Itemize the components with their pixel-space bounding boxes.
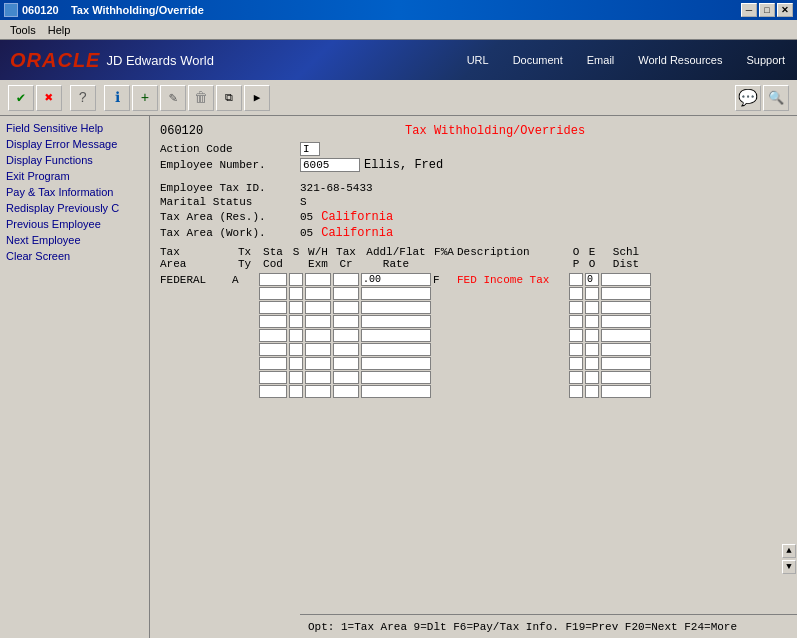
cell-addl[interactable] xyxy=(361,357,431,370)
close-button[interactable]: ✕ xyxy=(777,3,793,17)
cell-tax[interactable] xyxy=(333,329,359,342)
cell-tax[interactable] xyxy=(333,357,359,370)
cell-addl[interactable] xyxy=(361,301,431,314)
cell-tax[interactable] xyxy=(333,287,359,300)
cell-wh[interactable] xyxy=(305,315,331,328)
menu-help[interactable]: Help xyxy=(42,22,77,38)
cell-addl[interactable] xyxy=(361,287,431,300)
cell-schl[interactable] xyxy=(601,329,651,342)
sidebar-item-display-error-message[interactable]: Display Error Message xyxy=(0,136,149,152)
toolbar-copy-button[interactable]: ⧉ xyxy=(216,85,242,111)
sidebar-item-exit-program[interactable]: Exit Program xyxy=(0,168,149,184)
employee-number-input[interactable] xyxy=(300,158,360,172)
cell-sta-cod[interactable] xyxy=(259,343,287,356)
sidebar-item-display-functions[interactable]: Display Functions xyxy=(0,152,149,168)
cell-o[interactable] xyxy=(569,329,583,342)
cell-e[interactable] xyxy=(585,385,599,398)
cell-o[interactable] xyxy=(569,301,583,314)
toolbar-info-button[interactable]: ℹ xyxy=(104,85,130,111)
cell-wh[interactable] xyxy=(305,329,331,342)
cell-o[interactable] xyxy=(569,287,583,300)
toolbar-delete-button[interactable]: 🗑 xyxy=(188,85,214,111)
cell-wh[interactable] xyxy=(305,273,331,286)
toolbar-check-button[interactable]: ✔ xyxy=(8,85,34,111)
nav-email[interactable]: Email xyxy=(575,40,627,80)
nav-support[interactable]: Support xyxy=(734,40,797,80)
cell-tax[interactable] xyxy=(333,301,359,314)
cell-sta-cod[interactable] xyxy=(259,273,287,286)
nav-document[interactable]: Document xyxy=(501,40,575,80)
cell-e[interactable] xyxy=(585,371,599,384)
cell-s[interactable] xyxy=(289,371,303,384)
cell-addl[interactable] xyxy=(361,385,431,398)
cell-wh[interactable] xyxy=(305,301,331,314)
cell-sta-cod[interactable] xyxy=(259,315,287,328)
cell-sta-cod[interactable] xyxy=(259,357,287,370)
toolbar-search-button[interactable]: 🔍 xyxy=(763,85,789,111)
cell-tax[interactable] xyxy=(333,343,359,356)
cell-s[interactable] xyxy=(289,301,303,314)
toolbar-help-button[interactable]: ? xyxy=(70,85,96,111)
cell-addl[interactable] xyxy=(361,329,431,342)
cell-wh[interactable] xyxy=(305,357,331,370)
sidebar-item-field-sensitive-help[interactable]: Field Sensitive Help xyxy=(0,120,149,136)
toolbar-cancel-button[interactable]: ✖ xyxy=(36,85,62,111)
sidebar-item-pay-tax-information[interactable]: Pay & Tax Information xyxy=(0,184,149,200)
minimize-button[interactable]: ─ xyxy=(741,3,757,17)
cell-schl[interactable] xyxy=(601,371,651,384)
cell-schl[interactable] xyxy=(601,301,651,314)
cell-s[interactable] xyxy=(289,343,303,356)
cell-o[interactable] xyxy=(569,357,583,370)
cell-e[interactable] xyxy=(585,301,599,314)
scroll-up-button[interactable]: ▲ xyxy=(782,544,796,558)
toolbar-add-button[interactable]: + xyxy=(132,85,158,111)
nav-url[interactable]: URL xyxy=(455,40,501,80)
toolbar-edit-button[interactable]: ✎ xyxy=(160,85,186,111)
cell-sta-cod[interactable] xyxy=(259,301,287,314)
sidebar-item-previous-employee[interactable]: Previous Employee xyxy=(0,216,149,232)
cell-s[interactable] xyxy=(289,329,303,342)
cell-o[interactable] xyxy=(569,315,583,328)
cell-wh[interactable] xyxy=(305,343,331,356)
cell-o[interactable] xyxy=(569,385,583,398)
toolbar-chat-button[interactable]: 💬 xyxy=(735,85,761,111)
cell-sta-cod[interactable] xyxy=(259,371,287,384)
cell-addl[interactable] xyxy=(361,371,431,384)
cell-schl[interactable] xyxy=(601,357,651,370)
cell-schl[interactable] xyxy=(601,343,651,356)
cell-tax[interactable] xyxy=(333,371,359,384)
sidebar-item-redisplay[interactable]: Redisplay Previously C xyxy=(0,200,149,216)
cell-tax[interactable] xyxy=(333,273,359,286)
sidebar-item-clear-screen[interactable]: Clear Screen xyxy=(0,248,149,264)
cell-sta-cod[interactable] xyxy=(259,385,287,398)
scrollbar[interactable]: ▲ ▼ xyxy=(781,116,797,614)
cell-wh[interactable] xyxy=(305,385,331,398)
cell-tax[interactable] xyxy=(333,385,359,398)
cell-schl[interactable] xyxy=(601,273,651,286)
nav-world-resources[interactable]: World Resources xyxy=(626,40,734,80)
cell-sta-cod[interactable] xyxy=(259,287,287,300)
cell-s[interactable] xyxy=(289,357,303,370)
toolbar-next-button[interactable]: ▶ xyxy=(244,85,270,111)
cell-tax[interactable] xyxy=(333,315,359,328)
cell-o[interactable] xyxy=(569,371,583,384)
cell-sta-cod[interactable] xyxy=(259,329,287,342)
cell-o[interactable] xyxy=(569,343,583,356)
cell-s[interactable] xyxy=(289,385,303,398)
cell-e[interactable] xyxy=(585,287,599,300)
cell-e[interactable] xyxy=(585,357,599,370)
cell-addl[interactable] xyxy=(361,273,431,286)
scroll-down-button[interactable]: ▼ xyxy=(782,560,796,574)
cell-addl[interactable] xyxy=(361,315,431,328)
cell-schl[interactable] xyxy=(601,287,651,300)
cell-o[interactable] xyxy=(569,273,583,286)
cell-s[interactable] xyxy=(289,315,303,328)
cell-wh[interactable] xyxy=(305,371,331,384)
maximize-button[interactable]: □ xyxy=(759,3,775,17)
cell-wh[interactable] xyxy=(305,287,331,300)
cell-schl[interactable] xyxy=(601,315,651,328)
menu-tools[interactable]: Tools xyxy=(4,22,42,38)
sidebar-item-next-employee[interactable]: Next Employee xyxy=(0,232,149,248)
cell-s[interactable] xyxy=(289,287,303,300)
cell-schl[interactable] xyxy=(601,385,651,398)
